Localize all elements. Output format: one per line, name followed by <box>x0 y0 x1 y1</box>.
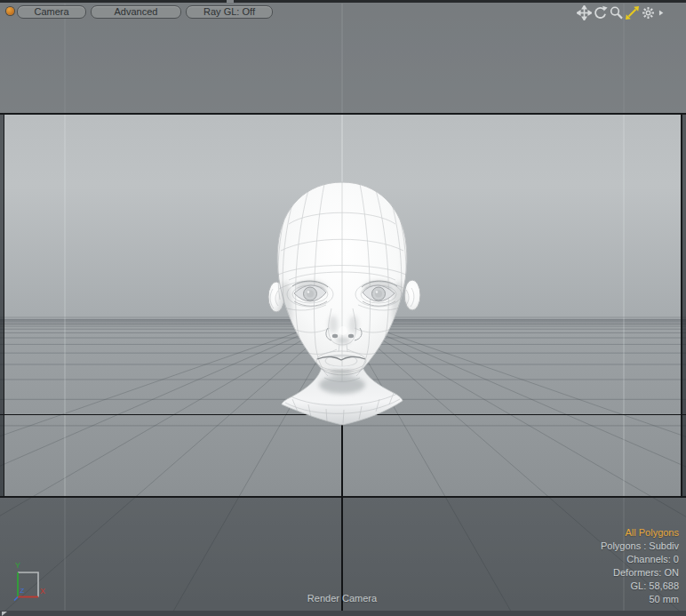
camera-name-label: Render Camera <box>253 593 431 604</box>
camera-button[interactable]: Camera <box>17 5 86 19</box>
gizmo-x-label: X <box>40 587 45 596</box>
viewport-toolbar: Camera Advanced Ray GL: Off <box>17 5 273 19</box>
maximize-icon[interactable] <box>625 5 640 20</box>
workplane-axis-gizmo: Y X Z <box>7 556 52 603</box>
rotate-icon[interactable] <box>593 5 608 20</box>
camera-frame-bottom-edge <box>0 496 686 498</box>
viewport-indicator-dot[interactable] <box>6 7 14 15</box>
stats-polygons: Polygons : Subdiv <box>601 540 679 553</box>
stats-gl-count: GL: 58,688 <box>601 580 679 593</box>
advanced-button[interactable]: Advanced <box>91 5 181 19</box>
expand-icon[interactable] <box>657 5 666 20</box>
gizmo-z-label: Z <box>20 587 25 595</box>
viewport-stats: All Polygons Polygons : Subdiv Channels:… <box>601 526 679 606</box>
gizmo-y-label: Y <box>15 561 20 570</box>
bottom-panel-edge <box>0 611 686 616</box>
viewport-window: Camera Advanced Ray GL: Off <box>0 0 686 616</box>
world-z-axis-line <box>341 414 343 616</box>
ray-gl-button[interactable]: Ray GL: Off <box>186 5 273 19</box>
pan-icon[interactable] <box>577 5 592 20</box>
corner-resize-handle[interactable] <box>2 612 7 616</box>
stats-deformers: Deformers: ON <box>601 566 679 580</box>
zoom-icon[interactable] <box>609 5 624 20</box>
viewport-nav-icons <box>577 5 666 20</box>
camera-frame-left-edge <box>4 114 4 497</box>
stats-channels: Channels: 0 <box>601 553 679 566</box>
head-model[interactable] <box>262 175 422 433</box>
camera-frame-top-edge <box>0 113 686 115</box>
settings-icon[interactable] <box>641 5 656 20</box>
camera-frame-right-edge <box>681 114 682 497</box>
top-panel-edge <box>0 0 686 3</box>
stats-selection-mode: All Polygons <box>601 526 679 540</box>
stats-focal-length: 50 mm <box>601 593 679 606</box>
top-panel-tab-notch <box>227 0 234 3</box>
